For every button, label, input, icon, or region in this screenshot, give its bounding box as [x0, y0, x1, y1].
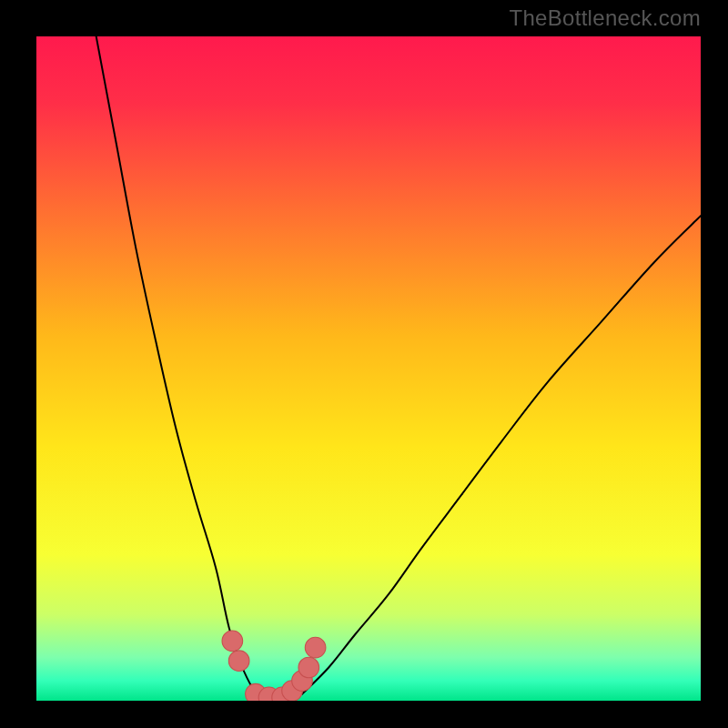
data-marker	[298, 657, 319, 678]
data-marker	[305, 637, 326, 658]
chart-frame: TheBottleneck.com	[0, 0, 728, 728]
left-branch-curve	[96, 36, 256, 694]
marker-group	[222, 631, 326, 701]
plot-area	[36, 36, 701, 701]
data-marker	[228, 651, 249, 672]
right-branch-curve	[302, 216, 701, 694]
data-marker	[222, 631, 243, 652]
curve-layer	[36, 36, 701, 701]
watermark-text: TheBottleneck.com	[509, 5, 701, 31]
